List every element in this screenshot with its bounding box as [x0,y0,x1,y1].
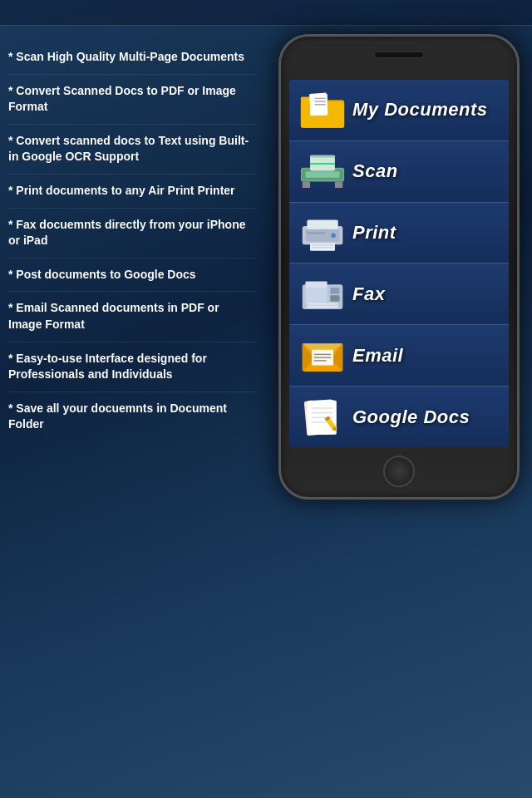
feature-item-scan-quality: * Scan High Quality Multi-Page Documents [8,41,256,75]
svg-rect-24 [307,232,325,234]
feature-item-email: * Email Scanned documents in PDF or Imag… [8,292,256,342]
svg-rect-13 [310,155,335,158]
menu-item-email[interactable]: Email [289,325,509,387]
feature-item-fax: * Fax docuemnts directly from your iPhon… [8,209,256,259]
svg-rect-16 [335,181,342,187]
feature-item-save: * Save all your docuemnts in Document Fo… [8,392,256,441]
phone-frame: My Documents Scan Print [278,34,520,500]
menu-item-my-documents[interactable]: My Documents [289,80,509,141]
menu-label-fax: Fax [346,283,385,305]
svg-rect-26 [305,287,327,303]
svg-rect-5 [313,95,328,113]
feature-item-easy-ui: * Easy-to-use Interface designed for Pro… [8,342,256,392]
feature-list: * Scan High Quality Multi-Page Documents… [0,26,266,774]
printer-icon [299,209,346,256]
svg-rect-28 [330,295,339,301]
fax-icon [299,271,346,318]
phone-home-button[interactable] [383,456,415,487]
menu-item-fax[interactable]: Fax [289,264,509,325]
svg-rect-11 [305,171,339,177]
menu-label-my-documents: My Documents [346,99,487,121]
email-icon [299,332,346,379]
menu-item-google-docs[interactable]: Google Docs [289,387,509,447]
svg-rect-19 [307,219,337,229]
phone-screen: My Documents Scan Print [289,80,509,447]
svg-rect-22 [312,247,333,248]
docs-icon [299,394,346,441]
svg-rect-21 [312,244,333,245]
menu-label-email: Email [346,345,403,367]
menu-label-print: Print [346,222,397,244]
main-content: * Scan High Quality Multi-Page Documents… [0,26,532,774]
scanner-icon [299,148,346,195]
menu-item-print[interactable]: Print [289,203,509,264]
menu-label-google-docs: Google Docs [346,406,470,428]
feature-item-convert-pdf: * Convert Scanned Docs to PDF or Image F… [8,75,256,125]
feature-item-ocr: * Convert scanned docs to Text using Bui… [8,125,256,175]
phone-panel: My Documents Scan Print [266,26,532,774]
folder-icon [299,86,346,133]
feature-item-google-docs: * Post documents to Google Docs [8,259,256,293]
svg-rect-31 [305,281,327,287]
menu-label-scan: Scan [346,160,398,182]
svg-rect-27 [330,287,339,293]
menu-item-scan[interactable]: Scan [289,141,509,203]
svg-rect-30 [307,304,337,305]
svg-rect-14 [310,163,335,165]
svg-point-23 [331,233,336,238]
svg-rect-15 [303,181,310,187]
phone-speaker [374,52,424,58]
feature-item-print: * Print documents to any Air Print Print… [8,175,256,209]
header [0,0,532,26]
